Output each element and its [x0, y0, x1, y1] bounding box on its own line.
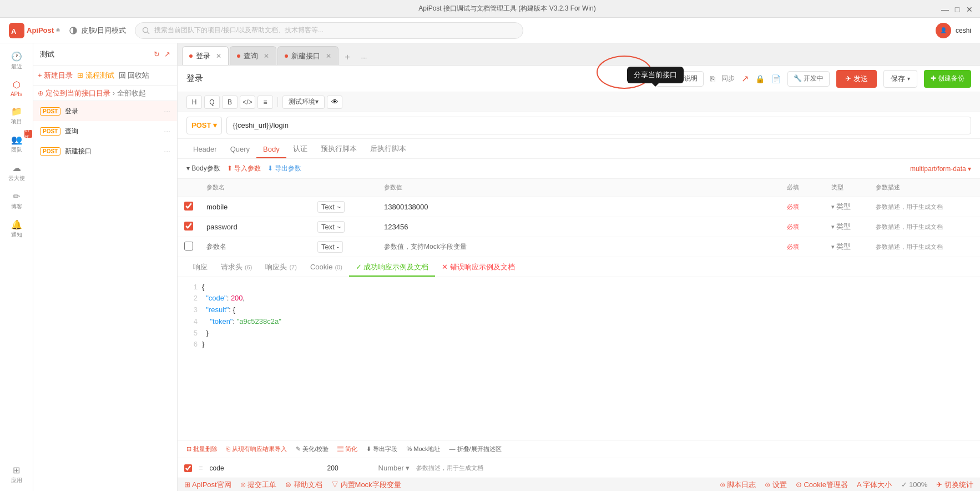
- official-site-link[interactable]: ⊞ ApiPost官网: [184, 480, 231, 490]
- param-new-value-input[interactable]: [384, 243, 774, 250]
- import-result-button[interactable]: ⎗ 从现有响应结果导入: [226, 445, 287, 453]
- close-button[interactable]: ✕: [966, 5, 973, 13]
- tab-header[interactable]: Header: [186, 141, 224, 158]
- param-new-type-select[interactable]: ▾ 类型: [831, 243, 851, 250]
- api-item-more-query[interactable]: ···: [164, 127, 170, 136]
- settings-link[interactable]: ⊙ 设置: [765, 480, 787, 490]
- locate-link[interactable]: ⊕ 定位到当前接口目录: [38, 88, 110, 98]
- sidebar-item-project[interactable]: 📁 项目: [2, 103, 31, 129]
- response-tabs: 响应 请求头 (6) 响应头 (7) Cookie (0): [178, 257, 980, 277]
- refresh-icon[interactable]: ↻: [154, 50, 160, 58]
- tab-new-api-close[interactable]: ✕: [326, 52, 331, 60]
- quote-button[interactable]: Q: [204, 96, 220, 109]
- tab-body[interactable]: Body: [256, 141, 286, 158]
- align-button[interactable]: ≡: [257, 96, 273, 109]
- submit-ticket-link[interactable]: ⊙ 提交工单: [240, 480, 277, 490]
- param-new-name-input[interactable]: [206, 243, 304, 250]
- sync-button[interactable]: 同步: [721, 74, 735, 83]
- resp-tab-req-header[interactable]: 请求头 (6): [214, 259, 259, 277]
- resp-tab-error[interactable]: ✕ 错误响应示例及文档: [435, 259, 522, 277]
- dev-status-button[interactable]: 🔧 开发中: [787, 71, 830, 87]
- simplify-button[interactable]: ▤ 简化: [337, 445, 357, 453]
- minimize-button[interactable]: —: [941, 5, 949, 13]
- import-params-button[interactable]: ⬆ 导入参数: [227, 164, 261, 173]
- param-password-type-select[interactable]: ▾ 类型: [831, 223, 851, 230]
- resp-tab-success[interactable]: ✓ 成功响应示例及文档: [349, 259, 436, 277]
- param-mobile-type-select[interactable]: ▾ 类型: [831, 203, 851, 210]
- api-item-login[interactable]: POST 登录 ···: [33, 101, 177, 121]
- font-size-link[interactable]: A 字体大小: [857, 480, 892, 490]
- ws-header: 登录 ▶ 接口说明 ⎘ 同步 ↗ 🔒 📄 🔧 开发中 ✈ 发送 保存 ▾ ✚ 创…: [178, 66, 980, 92]
- tab-new-api[interactable]: 新建接口 ✕: [277, 46, 339, 65]
- collapse-link[interactable]: 全部收起: [117, 88, 146, 98]
- mock-var-link[interactable]: ▽ 内置Mock字段变量: [331, 480, 401, 490]
- doc-icon[interactable]: 📄: [771, 74, 781, 83]
- sidebar-item-team[interactable]: 👥 团队 协作: [2, 131, 31, 157]
- sidebar-item-apis[interactable]: ⬡ APIs: [2, 76, 31, 101]
- tab-auth[interactable]: 认证: [286, 141, 314, 158]
- resp-tab-cookie[interactable]: Cookie (0): [304, 259, 349, 277]
- format-label[interactable]: multipart/form-data ▾: [910, 165, 971, 173]
- param-new-type[interactable]: Text -: [317, 241, 343, 253]
- api-item-more-login[interactable]: ···: [164, 107, 170, 116]
- line-num-1: 1: [184, 282, 198, 293]
- flow-test-button[interactable]: ⊞ 流程测试: [77, 71, 114, 81]
- param-new-checkbox[interactable]: [184, 242, 193, 250]
- share-button[interactable]: ↗: [741, 73, 749, 84]
- api-item-more-new[interactable]: ···: [164, 147, 170, 156]
- maximize-button[interactable]: □: [953, 5, 961, 13]
- sidebar-item-recent[interactable]: 🕐 最近: [2, 48, 31, 74]
- help-doc-link[interactable]: ⊜ 帮助文档: [285, 480, 322, 490]
- sidebar-item-blog[interactable]: ✏ 博客: [2, 188, 31, 214]
- heading-button[interactable]: H: [186, 96, 202, 109]
- beautify-button[interactable]: ✎ 美化/校验: [296, 445, 329, 453]
- send-button[interactable]: ✈ 发送: [836, 70, 877, 88]
- create-backup-button[interactable]: ✚ 创建备份: [924, 70, 971, 88]
- sidebar-item-cloud[interactable]: ☁ 云大使: [2, 159, 31, 186]
- tab-more-button[interactable]: ···: [356, 49, 372, 65]
- code-button[interactable]: </>: [240, 96, 255, 109]
- cookie-mgr-link[interactable]: ⊙ Cookie管理器: [796, 480, 848, 490]
- method-select[interactable]: POST ▾: [186, 117, 222, 134]
- tab-query[interactable]: Query: [224, 141, 256, 158]
- switch-stats-link[interactable]: ✈ 切换统计: [936, 480, 973, 490]
- script-log-link[interactable]: ⊙ 脚本日志: [720, 480, 756, 490]
- save-dropdown-icon[interactable]: ▾: [907, 76, 910, 82]
- api-item-new[interactable]: POST 新建接口 ···: [33, 141, 177, 161]
- resp-tab-response[interactable]: 响应: [186, 259, 214, 277]
- status-indicator: ✓ 100%: [901, 480, 928, 489]
- url-input[interactable]: [226, 117, 971, 134]
- save-button[interactable]: 保存 ▾: [883, 70, 917, 88]
- param-password-type[interactable]: Text ~: [317, 221, 345, 233]
- copy-icon[interactable]: ⎘: [710, 74, 715, 83]
- resp-tab-resp-header[interactable]: 响应头 (7): [259, 259, 303, 277]
- tab-pre-script[interactable]: 预执行脚本: [314, 141, 363, 158]
- sidebar-item-notify[interactable]: 🔔 通知: [2, 216, 31, 242]
- export-params-button[interactable]: ⬇ 导出参数: [267, 164, 301, 173]
- param-mobile-type[interactable]: Text ~: [317, 201, 345, 213]
- tab-login[interactable]: 登录 ✕: [182, 46, 229, 65]
- recycle-button[interactable]: 回 回收站: [119, 71, 150, 81]
- api-item-query[interactable]: POST 查询 ···: [33, 121, 177, 141]
- theme-toggle[interactable]: 皮肤/日间模式: [69, 26, 127, 36]
- batch-delete-button[interactable]: ⊟ 批量删除: [186, 445, 218, 453]
- fold-button[interactable]: — 折叠/展开描述区: [449, 445, 502, 453]
- tab-query[interactable]: 查询 ✕: [230, 46, 276, 65]
- share-panel-icon[interactable]: ↗: [164, 50, 170, 58]
- mock-url-button[interactable]: % Mock地址: [406, 445, 440, 453]
- tab-post-script[interactable]: 后执行脚本: [363, 141, 413, 158]
- tab-query-close[interactable]: ✕: [264, 52, 269, 60]
- tab-add-button[interactable]: +: [340, 49, 355, 65]
- export-fields-button[interactable]: ⬇ 导出字段: [366, 445, 397, 453]
- field-checkbox[interactable]: [184, 464, 192, 472]
- tab-login-close[interactable]: ✕: [216, 52, 221, 60]
- new-dir-button[interactable]: + 新建目录: [38, 71, 73, 81]
- sidebar-item-apps[interactable]: ⊞ 应用: [2, 462, 31, 491]
- param-password-checkbox[interactable]: [184, 222, 193, 231]
- param-mobile-checkbox[interactable]: [184, 202, 193, 211]
- search-bar[interactable]: 搜索当前团队下的项目/接口/以及帮助文档、技术博客等...: [135, 22, 523, 39]
- preview-button[interactable]: 👁: [327, 96, 342, 109]
- env-selector[interactable]: 测试环境▾: [282, 96, 325, 109]
- lock-icon[interactable]: 🔒: [755, 74, 765, 83]
- bold-button[interactable]: B: [222, 96, 238, 109]
